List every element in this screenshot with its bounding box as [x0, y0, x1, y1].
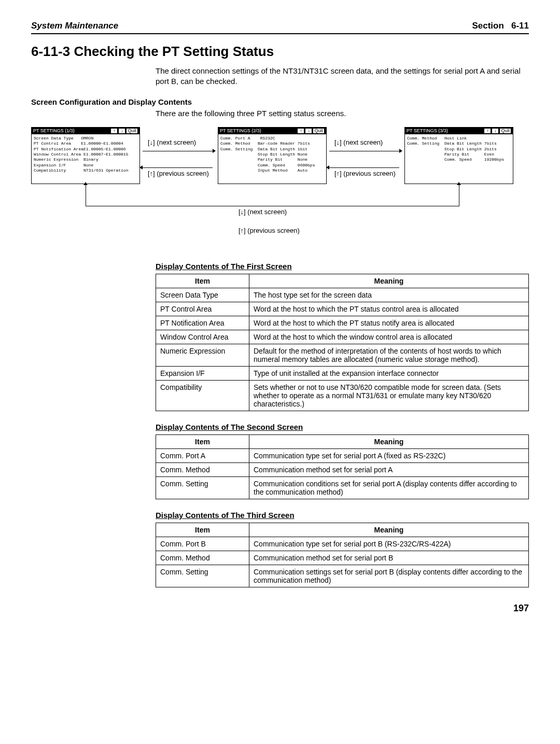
down-arrow-icon[interactable]: ↓	[492, 128, 499, 134]
table-row: PT Control AreaWord at the host to which…	[156, 302, 529, 316]
table-row: Screen Data TypeThe host type set for th…	[156, 288, 529, 302]
table1-title: Display Contents of The First Screen	[156, 262, 529, 271]
table-row: Comm. MethodCommunication method set for…	[156, 551, 529, 565]
table2-head-item: Item	[156, 434, 249, 448]
table-row: CompatibilitySets whether or not to use …	[156, 380, 529, 411]
page-number: 197	[31, 603, 529, 614]
cell-item: Comm. Setting	[156, 476, 249, 499]
screen3-body: Comm. Method Host Link Comm. Setting Dat…	[405, 134, 513, 164]
intro-para: The direct connection settings of the NT…	[156, 66, 529, 87]
table-second: Item Meaning Comm. Port ACommunication t…	[156, 434, 529, 499]
arrow-prev-12	[143, 167, 213, 168]
table-row: Comm. Port BCommunication type set for s…	[156, 537, 529, 551]
config-heading: Screen Configuration and Display Content…	[31, 97, 529, 106]
cell-item: Comm. Port B	[156, 537, 249, 551]
cell-meaning: Type of unit installed at the expansion …	[249, 366, 529, 380]
header-left: System Maintenance	[31, 21, 118, 31]
table-row: Comm. SettingCommunication conditions se…	[156, 476, 529, 499]
table-row: Comm. Port ACommunication type set for s…	[156, 448, 529, 462]
arrow-prev-23	[329, 167, 399, 168]
next-label-23: [↓] (next screen)	[334, 138, 383, 146]
table1-head-item: Item	[156, 274, 249, 288]
cell-item: PT Notification Area	[156, 316, 249, 330]
table-third: Item Meaning Comm. Port BCommunication t…	[156, 523, 529, 587]
cell-item: Compatibility	[156, 380, 249, 411]
down-arrow-icon[interactable]: ↓	[305, 128, 312, 134]
cell-item: Numeric Expression	[156, 344, 249, 366]
screen-1: PT SETTINGS (1/3) ↑ ↓ Quit Screen Data T…	[31, 127, 140, 184]
prev-label-23: [↑] (previous screen)	[334, 170, 396, 177]
table-row: PT Notification AreaWord at the host to …	[156, 316, 529, 330]
bracket-v1	[86, 185, 86, 206]
cell-item: Comm. Method	[156, 462, 249, 476]
screen1-title: PT SETTINGS (1/3)	[33, 128, 75, 133]
cell-item: Screen Data Type	[156, 288, 249, 302]
prev-center-label: [↑] (previous screen)	[239, 227, 300, 234]
cell-meaning: Communication method set for serial port…	[249, 462, 529, 476]
table-row: Comm. MethodCommunication method set for…	[156, 462, 529, 476]
config-intro: There are the following three PT setting…	[156, 108, 529, 119]
up-arrow-icon[interactable]: ↑	[110, 128, 118, 134]
cell-item: Comm. Method	[156, 551, 249, 565]
screen1-body: Screen Data Type OMRON PT Control Area E…	[32, 134, 139, 175]
up-arrow-icon[interactable]: ↑	[297, 128, 304, 134]
table3-head-item: Item	[156, 523, 249, 537]
cell-meaning: The host type set for the screen data	[249, 288, 529, 302]
section-label: Section	[472, 21, 503, 31]
cell-meaning: Word at the host to which the PT status …	[249, 316, 529, 330]
cell-meaning: Communication type set for serial port A…	[249, 448, 529, 462]
cell-item: PT Control Area	[156, 302, 249, 316]
cell-meaning: Communication conditions set for serial …	[249, 476, 529, 499]
section-title: 6-11-3 Checking the PT Setting Status	[31, 44, 529, 60]
table3-title: Display Contents of The Third Screen	[156, 511, 529, 520]
screen-3: PT SETTINGS (3/3) ↑ ↓ Quit Comm. Method …	[404, 127, 513, 184]
next-center-label: [↓] (next screen)	[239, 208, 287, 216]
cell-meaning: Default for the method of interpretation…	[249, 344, 529, 366]
table2-title: Display Contents of The Second Screen	[156, 423, 529, 431]
screen2-body: Comm. Port A RS232C Comm. Method Bar-cod…	[218, 134, 326, 175]
quit-button[interactable]: Quit	[313, 128, 325, 134]
arrow-next-12	[143, 151, 213, 151]
bracket-h	[86, 206, 459, 206]
header-right: Section 6-11	[472, 21, 529, 31]
prev-label-12: [↑] (previous screen)	[148, 170, 209, 177]
table1-head-meaning: Meaning	[249, 274, 529, 288]
table-first: Item Meaning Screen Data TypeThe host ty…	[156, 274, 529, 411]
screen2-title: PT SETTINGS (2/3)	[220, 128, 261, 133]
table3-head-meaning: Meaning	[249, 523, 529, 537]
cell-meaning: Word at the host to which the window con…	[249, 330, 529, 344]
down-arrow-icon[interactable]: ↓	[118, 128, 125, 134]
cell-meaning: Communication type set for serial port B…	[249, 537, 529, 551]
cell-item: Comm. Port A	[156, 448, 249, 462]
cell-meaning: Word at the host to which the PT status …	[249, 302, 529, 316]
screen3-title: PT SETTINGS (3/3)	[407, 128, 448, 133]
table-row: Comm. SettingCommunication settings set …	[156, 565, 529, 587]
page-header: System Maintenance Section 6-11	[31, 21, 529, 34]
cell-meaning: Communication method set for serial port…	[249, 551, 529, 565]
cell-item: Expansion I/F	[156, 366, 249, 380]
table2-head-meaning: Meaning	[249, 434, 529, 448]
screen-2: PT SETTINGS (2/3) ↑ ↓ Quit Comm. Port A …	[218, 127, 327, 184]
table-row: Expansion I/FType of unit installed at t…	[156, 366, 529, 380]
up-arrow-icon[interactable]: ↑	[484, 128, 491, 134]
bracket-v3	[459, 185, 459, 206]
cell-item: Comm. Setting	[156, 565, 249, 587]
cell-meaning: Communication settings set for serial po…	[249, 565, 529, 587]
cell-meaning: Sets whether or not to use NT30/620 comp…	[249, 380, 529, 411]
diagram: PT SETTINGS (1/3) ↑ ↓ Quit Screen Data T…	[31, 127, 529, 246]
table-row: Numeric ExpressionDefault for the method…	[156, 344, 529, 366]
cell-item: Window Control Area	[156, 330, 249, 344]
table-row: Window Control AreaWord at the host to w…	[156, 330, 529, 344]
quit-button[interactable]: Quit	[126, 128, 138, 134]
arrow-next-23	[329, 151, 399, 151]
next-label-12: [↓] (next screen)	[148, 138, 196, 146]
quit-button[interactable]: Quit	[499, 128, 511, 134]
section-number: 6-11	[511, 21, 529, 31]
